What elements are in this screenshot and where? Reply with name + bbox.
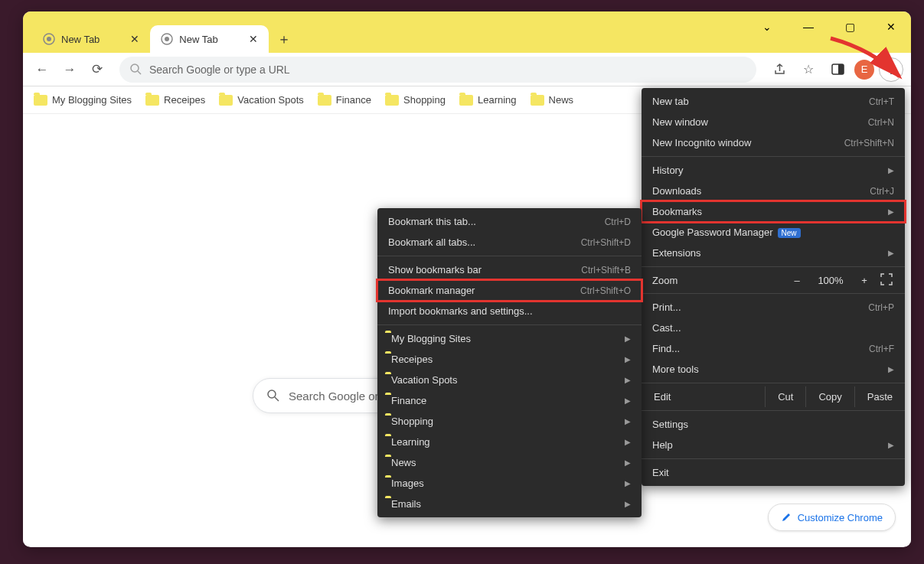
submenu-folder[interactable]: Emails▶ bbox=[377, 494, 642, 514]
close-icon[interactable]: ✕ bbox=[249, 33, 258, 45]
submenu-item-show-bookmarks-bar[interactable]: Show bookmarks barCtrl+Shift+B bbox=[377, 259, 642, 280]
svg-rect-7 bbox=[838, 64, 844, 74]
forward-button[interactable]: → bbox=[58, 58, 81, 81]
paste-button[interactable]: Paste bbox=[855, 386, 905, 407]
maximize-button[interactable]: ▢ bbox=[834, 16, 865, 37]
tab-title: New Tab bbox=[179, 34, 217, 45]
menu-separator bbox=[642, 458, 905, 459]
main-menu: New tabCtrl+T New windowCtrl+N New Incog… bbox=[642, 88, 905, 486]
menu-separator bbox=[377, 324, 642, 325]
svg-point-1 bbox=[47, 37, 51, 41]
menu-item-settings[interactable]: Settings bbox=[642, 414, 905, 435]
chevron-down-icon[interactable]: ⌄ bbox=[752, 16, 782, 37]
zoom-out-button[interactable]: – bbox=[789, 275, 805, 286]
menu-item-downloads[interactable]: DownloadsCtrl+J bbox=[642, 181, 905, 201]
svg-line-11 bbox=[275, 397, 279, 401]
submenu-item-bookmark-manager[interactable]: Bookmark managerCtrl+Shift+O bbox=[377, 280, 642, 301]
zoom-in-button[interactable]: + bbox=[856, 275, 873, 286]
tab-0[interactable]: New Tab ✕ bbox=[32, 25, 150, 53]
folder-icon bbox=[145, 95, 159, 106]
bookmark-folder[interactable]: Shopping bbox=[385, 94, 446, 106]
share-icon[interactable] bbox=[767, 57, 792, 82]
bookmark-folder[interactable]: Learning bbox=[459, 94, 517, 106]
submenu-item-bookmark-this-tab[interactable]: Bookmark this tab...Ctrl+D bbox=[377, 211, 642, 232]
submenu-folder[interactable]: Receipes▶ bbox=[377, 349, 642, 370]
minimize-button[interactable]: — bbox=[793, 16, 824, 37]
menu-item-help[interactable]: Help▶ bbox=[642, 435, 905, 455]
close-icon[interactable]: ✕ bbox=[130, 33, 139, 45]
submenu-folder[interactable]: Finance▶ bbox=[377, 390, 642, 411]
tab-1[interactable]: New Tab ✕ bbox=[150, 25, 268, 53]
chevron-right-icon: ▶ bbox=[888, 166, 894, 174]
bookmark-folder[interactable]: Finance bbox=[318, 94, 371, 106]
menu-item-edit-row: Edit Cut Copy Paste bbox=[642, 386, 905, 407]
bookmark-folder[interactable]: Vacation Spots bbox=[219, 94, 303, 106]
copy-button[interactable]: Copy bbox=[806, 386, 854, 407]
submenu-folder[interactable]: Shopping▶ bbox=[377, 411, 642, 432]
chevron-right-icon: ▶ bbox=[625, 396, 631, 405]
bookmark-star-icon[interactable]: ☆ bbox=[796, 57, 821, 82]
submenu-item-import-bookmarks[interactable]: Import bookmarks and settings... bbox=[377, 301, 642, 321]
menu-item-password-manager[interactable]: Google Password ManagerNew bbox=[642, 222, 905, 243]
svg-point-3 bbox=[165, 37, 169, 41]
menu-item-print[interactable]: Print...Ctrl+P bbox=[642, 297, 905, 318]
folder-icon bbox=[219, 95, 233, 106]
submenu-folder[interactable]: My Blogging Sites▶ bbox=[377, 328, 642, 349]
submenu-folder[interactable]: News▶ bbox=[377, 452, 642, 473]
menu-item-find[interactable]: Find...Ctrl+F bbox=[642, 338, 905, 359]
bookmark-folder[interactable]: My Blogging Sites bbox=[34, 94, 132, 106]
submenu-folder[interactable]: Vacation Spots▶ bbox=[377, 370, 642, 390]
chevron-right-icon: ▶ bbox=[625, 438, 631, 446]
menu-item-exit[interactable]: Exit bbox=[642, 462, 905, 483]
reload-button[interactable]: ⟳ bbox=[86, 58, 109, 81]
side-panel-icon[interactable] bbox=[825, 57, 850, 82]
submenu-folder[interactable]: Learning▶ bbox=[377, 432, 642, 452]
kebab-menu-icon[interactable]: ⋮ bbox=[879, 57, 903, 82]
folder-icon bbox=[385, 95, 399, 106]
menu-item-more-tools[interactable]: More tools▶ bbox=[642, 359, 905, 380]
folder-icon bbox=[34, 95, 47, 106]
profile-avatar[interactable]: E bbox=[854, 60, 874, 80]
chevron-right-icon: ▶ bbox=[888, 249, 894, 257]
bookmark-folder[interactable]: Receipes bbox=[145, 94, 205, 106]
chevron-right-icon: ▶ bbox=[625, 355, 631, 364]
back-button[interactable]: ← bbox=[31, 58, 54, 81]
submenu-folder[interactable]: Images▶ bbox=[377, 473, 642, 494]
menu-item-cast[interactable]: Cast... bbox=[642, 318, 905, 338]
bookmarks-submenu: Bookmark this tab...Ctrl+D Bookmark all … bbox=[377, 208, 642, 517]
address-bar[interactable]: Search Google or type a URL bbox=[119, 57, 756, 83]
menu-item-history[interactable]: History▶ bbox=[642, 160, 905, 181]
menu-separator bbox=[642, 383, 905, 383]
customize-chrome-button[interactable]: Customize Chrome bbox=[768, 504, 896, 531]
menu-item-extensions[interactable]: Extensions▶ bbox=[642, 243, 905, 263]
new-tab-button[interactable]: ＋ bbox=[273, 28, 295, 50]
svg-point-4 bbox=[131, 64, 139, 72]
title-bar: New Tab ✕ New Tab ✕ ＋ ⌄ — ▢ ✕ bbox=[23, 11, 911, 53]
search-placeholder: Search Google or ty bbox=[289, 390, 390, 403]
search-icon bbox=[267, 390, 279, 402]
tab-title: New Tab bbox=[61, 34, 100, 45]
chevron-right-icon: ▶ bbox=[888, 441, 894, 449]
chrome-icon bbox=[161, 33, 173, 45]
chevron-right-icon: ▶ bbox=[888, 207, 894, 216]
chevron-right-icon: ▶ bbox=[625, 334, 631, 343]
bookmark-folder[interactable]: News bbox=[531, 94, 574, 106]
folder-icon bbox=[459, 95, 473, 106]
submenu-item-bookmark-all-tabs[interactable]: Bookmark all tabs...Ctrl+Shift+D bbox=[377, 232, 642, 253]
menu-separator bbox=[642, 266, 905, 267]
search-icon bbox=[130, 64, 142, 75]
omnibox-placeholder: Search Google or type a URL bbox=[149, 64, 290, 76]
chevron-right-icon: ▶ bbox=[625, 376, 631, 384]
chrome-icon bbox=[43, 33, 55, 45]
svg-point-10 bbox=[268, 390, 276, 398]
menu-item-new-incognito[interactable]: New Incognito windowCtrl+Shift+N bbox=[642, 132, 905, 153]
cut-button[interactable]: Cut bbox=[766, 386, 805, 407]
menu-item-zoom: Zoom – 100% + bbox=[642, 270, 905, 290]
menu-item-bookmarks[interactable]: Bookmarks▶ bbox=[642, 201, 905, 222]
menu-item-new-tab[interactable]: New tabCtrl+T bbox=[642, 91, 905, 112]
chevron-right-icon: ▶ bbox=[625, 479, 631, 487]
chevron-right-icon: ▶ bbox=[625, 500, 631, 508]
fullscreen-icon[interactable] bbox=[880, 273, 894, 287]
close-window-button[interactable]: ✕ bbox=[876, 16, 906, 37]
menu-item-new-window[interactable]: New windowCtrl+N bbox=[642, 112, 905, 132]
